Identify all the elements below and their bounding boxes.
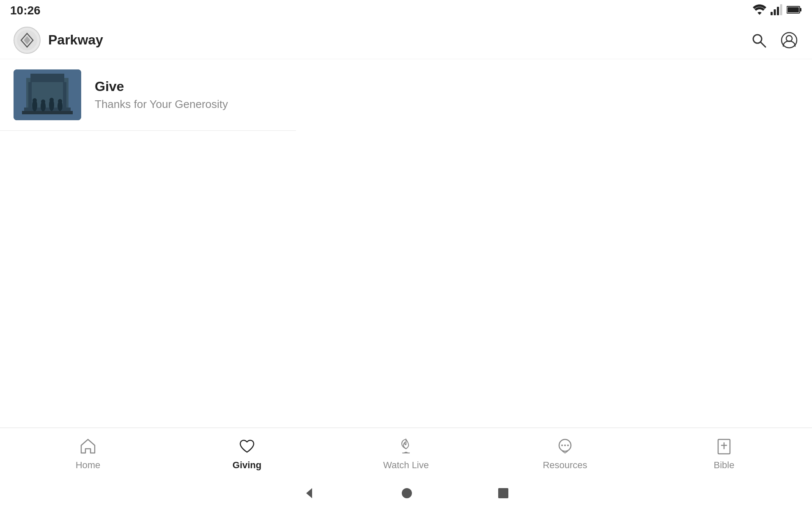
give-card[interactable]: Give Thanks for Your Generosity (0, 59, 296, 131)
app-logo (14, 27, 41, 54)
give-image (14, 69, 81, 120)
nav-item-giving[interactable]: Giving (167, 432, 326, 475)
svg-rect-1 (774, 9, 776, 15)
svg-point-12 (782, 33, 797, 48)
svg-rect-18 (63, 82, 66, 112)
bible-label: Bible (714, 460, 735, 471)
give-thumbnail (14, 69, 81, 120)
give-info: Give Thanks for Your Generosity (95, 79, 228, 111)
svg-rect-0 (771, 12, 773, 15)
profile-button[interactable] (780, 31, 798, 50)
nav-item-home[interactable]: Home (8, 432, 167, 475)
svg-rect-6 (787, 7, 799, 12)
app-header: Parkway (0, 21, 812, 59)
status-time: 10:26 (10, 4, 41, 17)
svg-rect-3 (780, 4, 782, 15)
header-left: Parkway (14, 27, 103, 54)
wifi-icon (753, 4, 766, 17)
give-subtitle: Thanks for Your Generosity (95, 98, 228, 111)
svg-rect-38 (498, 488, 508, 498)
recent-apps-button[interactable] (497, 487, 509, 499)
svg-point-22 (33, 98, 37, 102)
svg-rect-5 (800, 8, 801, 11)
home-label: Home (76, 460, 101, 471)
header-right (749, 31, 798, 50)
svg-point-28 (58, 99, 62, 103)
bible-icon (714, 436, 734, 456)
back-button[interactable] (303, 486, 316, 500)
resources-label: Resources (543, 460, 587, 471)
status-icons (753, 4, 802, 17)
nav-item-bible[interactable]: Bible (645, 432, 804, 475)
resources-icon (555, 436, 575, 456)
watch-live-icon (396, 436, 416, 456)
home-icon (78, 436, 98, 456)
giving-icon (237, 436, 257, 456)
app-title: Parkway (48, 32, 103, 48)
signal-icon (771, 4, 782, 17)
search-button[interactable] (749, 31, 768, 50)
bottom-nav: Home Giving Watch Live (0, 428, 812, 478)
give-title: Give (95, 79, 228, 94)
svg-point-32 (567, 444, 569, 446)
watch-live-label: Watch Live (383, 460, 429, 471)
svg-point-24 (41, 99, 45, 104)
svg-marker-36 (306, 488, 312, 498)
home-button[interactable] (401, 487, 413, 499)
svg-rect-19 (24, 108, 71, 111)
battery-icon (787, 6, 802, 16)
svg-point-26 (49, 98, 54, 102)
nav-item-resources[interactable]: Resources (486, 432, 645, 475)
svg-rect-20 (22, 111, 73, 114)
status-bar: 10:26 (0, 0, 812, 21)
system-nav (0, 478, 812, 508)
svg-line-11 (760, 42, 765, 47)
svg-point-30 (561, 444, 563, 446)
svg-rect-16 (30, 74, 64, 82)
svg-point-37 (402, 488, 412, 498)
svg-rect-2 (777, 7, 779, 15)
content-area: Give Thanks for Your Generosity (0, 59, 812, 411)
giving-label: Giving (233, 460, 261, 471)
nav-item-watch-live[interactable]: Watch Live (326, 432, 486, 475)
svg-rect-17 (28, 82, 32, 112)
svg-point-31 (564, 444, 566, 446)
